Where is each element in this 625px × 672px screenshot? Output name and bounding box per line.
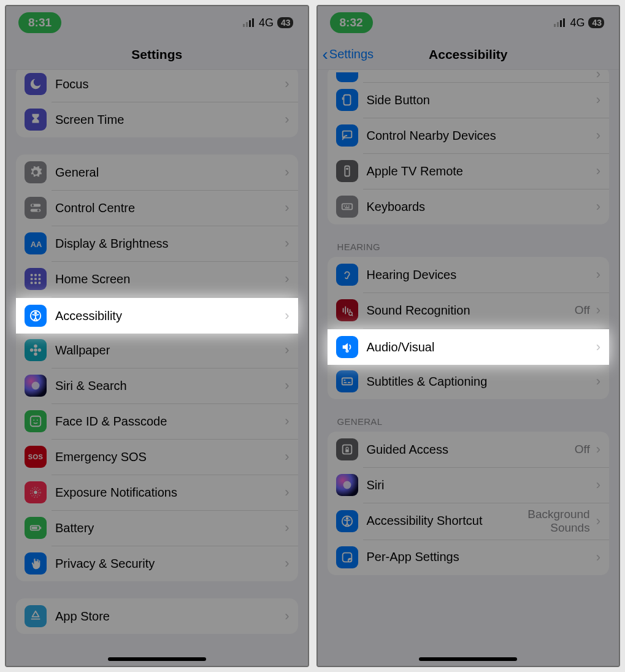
sos-icon: SOS [25, 446, 47, 468]
settings-row-privacy-security[interactable]: Privacy & Security› [16, 546, 298, 581]
home-indicator[interactable] [419, 657, 517, 661]
settings-row-face-id[interactable]: Face ID & Passcode› [16, 403, 298, 439]
chevron-right-icon: › [596, 128, 600, 143]
settings-row-siri-search[interactable]: Siri & Search› [16, 368, 298, 403]
row-label: Battery [55, 521, 285, 535]
chevron-right-icon: › [596, 338, 600, 354]
settings-row-screen-time[interactable]: Screen Time› [16, 102, 298, 137]
ear-icon [336, 264, 358, 286]
section-header: HEARING [337, 242, 600, 252]
svg-point-24 [38, 348, 41, 352]
chevron-right-icon: › [285, 164, 289, 180]
row-label: Per-App Settings [367, 550, 596, 564]
svg-rect-9 [31, 274, 33, 277]
svg-rect-12 [31, 278, 33, 280]
page-title: Settings [131, 47, 182, 62]
row-label: Focus [55, 77, 285, 91]
settings-row-control-centre[interactable]: Control Centre› [16, 190, 298, 226]
row-label: Wallpaper [55, 343, 285, 357]
svg-line-53 [351, 315, 353, 316]
nav-bar: ‹ Settings Accessibility [318, 39, 619, 70]
chevron-right-icon: › [285, 307, 289, 323]
lock-icon [336, 438, 358, 460]
settings-row-hearing-devices[interactable]: Hearing Devices› [328, 257, 610, 292]
row-label: Control Nearby Devices [367, 129, 596, 143]
battery-icon: 43 [588, 17, 604, 28]
settings-row-general[interactable]: General› [16, 155, 298, 190]
chevron-left-icon: ‹ [323, 46, 328, 63]
svg-rect-26 [31, 416, 41, 427]
row-value: Off [575, 304, 590, 317]
accessibility-list[interactable]: ›Side Button›Control Nearby Devices›Appl… [318, 70, 619, 666]
signal-icon [554, 18, 566, 27]
back-button[interactable]: ‹ Settings [323, 46, 374, 63]
settings-row-display-brightness[interactable]: AADisplay & Brightness› [16, 226, 298, 261]
settings-row-atv-remote[interactable]: Apple TV Remote› [328, 153, 610, 189]
settings-row-home-screen[interactable]: Home Screen› [16, 261, 298, 297]
svg-rect-38 [554, 24, 556, 27]
settings-row-app-store[interactable]: App Store› [16, 598, 298, 634]
svg-point-28 [37, 419, 38, 421]
row-label: Control Centre [55, 201, 285, 215]
moon-icon [25, 73, 47, 95]
battery-icon: 43 [277, 17, 293, 28]
svg-rect-13 [34, 278, 37, 280]
svg-text:AA: AA [31, 240, 42, 249]
settings-row-accessibility[interactable]: Accessibility› [16, 297, 298, 332]
settings-row-battery[interactable]: Battery› [16, 510, 298, 546]
settings-row-accessibility-shortcut[interactable]: Accessibility ShortcutBackground Sounds› [328, 503, 610, 540]
aa-icon: AA [25, 232, 47, 254]
settings-row-control-nearby[interactable]: Control Nearby Devices› [328, 118, 610, 153]
settings-row-siri[interactable]: Siri› [328, 467, 610, 503]
svg-rect-0 [243, 24, 245, 27]
status-bar: 8:32 4G 43 [318, 6, 619, 39]
nav-bar: Settings [6, 39, 308, 70]
phone-accessibility: 8:32 4G 43 ‹ Settings Accessibility ›Sid… [316, 5, 621, 667]
row-label: Exposure Notifications [55, 486, 285, 500]
siri-icon [336, 474, 358, 496]
cc-icon [336, 370, 358, 392]
row-label: Keyboards [367, 200, 596, 214]
chevron-right-icon: › [285, 200, 289, 216]
access-icon [25, 304, 47, 326]
svg-point-22 [34, 353, 37, 356]
row-label: Emergency SOS [55, 450, 285, 464]
svg-rect-10 [34, 274, 37, 277]
row-value: Off [575, 443, 590, 456]
settings-row-emergency-sos[interactable]: SOSEmergency SOS› [16, 439, 298, 475]
row-value: Background Sounds [527, 508, 589, 535]
grid-icon [25, 268, 47, 290]
remote-icon [336, 160, 358, 182]
svg-point-29 [34, 491, 37, 494]
home-indicator[interactable] [108, 657, 206, 661]
settings-row-exposure[interactable]: Exposure Notifications› [16, 475, 298, 510]
settings-row-subtitles[interactable]: Subtitles & Captioning› [328, 364, 610, 399]
settings-row-sound-recognition[interactable]: Sound RecognitionOff› [328, 292, 610, 328]
svg-rect-51 [345, 207, 349, 208]
status-time: 8:32 [330, 12, 373, 33]
settings-row-audio-visual[interactable]: Audio/Visual› [328, 328, 610, 364]
svg-rect-33 [40, 527, 41, 529]
chevron-right-icon: › [285, 556, 289, 571]
chevron-right-icon: › [596, 70, 600, 82]
svg-rect-49 [346, 205, 347, 207]
svg-rect-61 [345, 449, 349, 452]
svg-rect-41 [563, 18, 565, 27]
row-label: App Store [55, 609, 285, 624]
settings-row-per-app[interactable]: Per-App Settings› [328, 540, 610, 575]
svg-point-19 [35, 311, 37, 313]
back-label: Settings [329, 47, 374, 61]
settings-row-side-button[interactable]: Side Button› [328, 82, 610, 118]
settings-row-focus[interactable]: Focus› [16, 70, 298, 102]
settings-row-keyboards[interactable]: Keyboards› [328, 189, 610, 224]
settings-row-top-hidden[interactable]: › [328, 70, 610, 82]
settings-row-wallpaper[interactable]: Wallpaper› [16, 332, 298, 368]
svg-rect-3 [252, 18, 254, 27]
svg-rect-56 [342, 378, 352, 385]
settings-row-guided-access[interactable]: Guided AccessOff› [328, 432, 610, 467]
flower-icon [25, 339, 47, 361]
svg-rect-17 [39, 282, 41, 284]
settings-list[interactable]: Focus›Screen Time›General›Control Centre… [6, 70, 308, 666]
audiovisual-icon [336, 335, 358, 357]
svg-rect-14 [39, 278, 41, 280]
